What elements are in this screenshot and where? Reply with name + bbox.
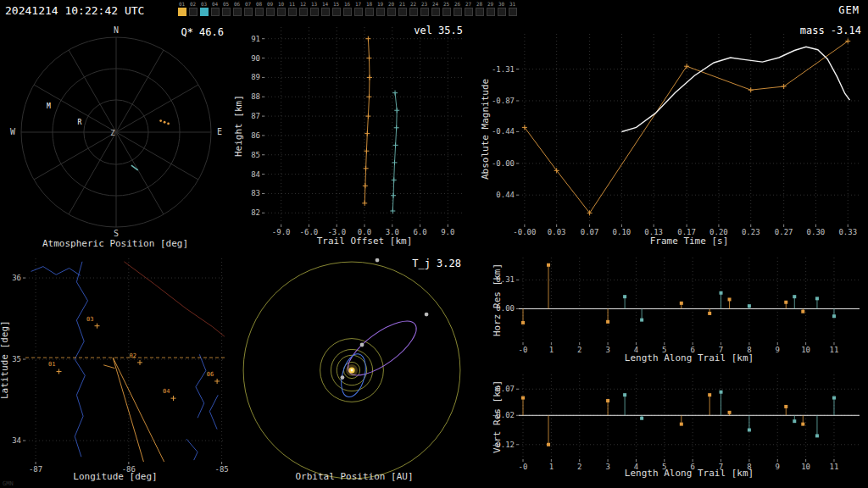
frame-cell: 08 <box>253 1 264 16</box>
panel-map: -87-86-853435360102030406 Latitude [deg]… <box>0 251 231 488</box>
frame-number: 06 <box>231 1 242 7</box>
frame-thumb-13[interactable] <box>310 8 319 16</box>
watermark: GMN <box>3 480 14 487</box>
frame-number: 11 <box>287 1 298 7</box>
frame-cell: 14 <box>320 1 331 16</box>
frame-thumb-10[interactable] <box>277 8 286 16</box>
frame-number: 07 <box>242 1 253 7</box>
frame-thumb-08[interactable] <box>255 8 264 16</box>
frame-number: 05 <box>220 1 231 7</box>
frame-number: 30 <box>496 1 507 7</box>
y-tick-label: -1.31 <box>492 65 515 74</box>
frame-cell: 27 <box>463 1 474 16</box>
ground-track <box>113 358 143 462</box>
mass-annotation: mass -3.14 <box>800 25 861 36</box>
map-layers: 0102030406 <box>25 262 225 462</box>
frame-thumb-26[interactable] <box>453 8 462 16</box>
y-tick-label: 88 <box>251 92 260 101</box>
river <box>186 439 198 460</box>
y-tick-label: 36 <box>12 274 21 282</box>
height-y-label: Height [km] <box>233 27 244 225</box>
axes-grid: -012345678910110.000.31 <box>496 258 860 354</box>
frame-thumb-23[interactable] <box>420 8 429 16</box>
frame-cell: 25 <box>441 1 452 16</box>
frame-number: 27 <box>463 1 474 7</box>
height-trail-plot: -9.0-6.0-3.00.03.06.09.08283848586878889… <box>231 22 478 251</box>
frame-thumb-04[interactable] <box>211 8 220 16</box>
frame-number: 25 <box>441 1 452 7</box>
residuals-plots: -012345678910110.000.31-012345678910110.… <box>478 251 868 488</box>
magnitude-plot: -0.000.030.070.100.130.170.200.230.270.3… <box>478 22 868 251</box>
frame-thumb-09[interactable] <box>266 8 275 16</box>
polar-station-label: R <box>77 119 81 126</box>
compass-n: N <box>114 25 119 35</box>
frame-thumb-18[interactable] <box>365 8 374 16</box>
frame-cell: 15 <box>331 1 342 16</box>
frame-cell: 07 <box>242 1 253 16</box>
frame-thumb-28[interactable] <box>476 8 484 16</box>
fov-dash <box>103 365 114 369</box>
frame-cell: 02 <box>187 1 198 16</box>
frame-thumb-31[interactable] <box>509 8 517 16</box>
planet-dot <box>376 258 380 263</box>
frame-thumb-12[interactable] <box>299 8 308 16</box>
frame-cell: 16 <box>342 1 353 16</box>
frame-thumb-19[interactable] <box>376 8 385 16</box>
panel-residuals: -012345678910110.000.31-012345678910110.… <box>478 251 868 488</box>
frame-number: 12 <box>298 1 309 7</box>
frame-thumb-30[interactable] <box>498 8 506 16</box>
frame-number: 19 <box>375 1 386 7</box>
frame-thumb-03[interactable] <box>200 8 209 16</box>
frame-cell: 26 <box>452 1 463 16</box>
frame-thumb-02[interactable] <box>189 8 198 16</box>
frame-thumb-20[interactable] <box>387 8 396 16</box>
station-label: 03 <box>86 316 93 323</box>
frame-number: 10 <box>275 1 287 7</box>
orbit-rings <box>243 258 460 479</box>
panel-orbital: T_j 3.28 Orbital Position [AU] <box>231 251 478 488</box>
frame-thumb-16[interactable] <box>343 8 352 16</box>
frame-thumb-15[interactable] <box>332 8 341 16</box>
map-x-title: Longitude [deg] <box>0 471 231 482</box>
frame-thumb-06[interactable] <box>233 8 242 16</box>
frame-thumb-14[interactable] <box>321 8 330 16</box>
planet-dot <box>360 343 364 347</box>
y-tick-label: -0.44 <box>492 127 515 136</box>
frame-cell: 28 <box>474 1 485 16</box>
frame-thumb-29[interactable] <box>487 8 495 16</box>
river <box>196 354 206 418</box>
frame-strip: 0102030405060708091011121314151617181920… <box>176 1 518 16</box>
y-tick-label: -0.00 <box>492 159 515 168</box>
frame-thumb-22[interactable] <box>409 8 418 16</box>
frame-thumb-11[interactable] <box>288 8 297 16</box>
axes-grid: -0.000.030.070.100.130.170.200.230.270.3… <box>492 34 860 236</box>
frame-thumb-21[interactable] <box>398 8 407 16</box>
river <box>209 395 218 429</box>
axes-grid: -87-86-85343536 <box>12 258 229 474</box>
y-tick-label: 82 <box>251 208 260 217</box>
frame-thumb-24[interactable] <box>431 8 440 16</box>
frame-thumb-25[interactable] <box>442 8 451 16</box>
frame-thumb-01[interactable] <box>178 8 186 16</box>
y-tick-label: 87 <box>251 112 260 120</box>
frame-cell: 01 <box>176 1 187 16</box>
compass-e: E <box>217 127 222 136</box>
vert-res-x-title: Length Along Trail [km] <box>519 468 860 479</box>
frame-thumb-17[interactable] <box>354 8 363 16</box>
horz-res-y-label: Horz Res [km] <box>492 258 503 342</box>
y-tick-label: 85 <box>251 151 260 159</box>
frame-number: 04 <box>209 1 220 7</box>
atmospheric-title: Atmospheric Position [deg] <box>0 238 231 249</box>
compass-s: S <box>114 229 119 238</box>
frame-cell: 18 <box>364 1 375 16</box>
frame-thumb-27[interactable] <box>465 8 473 16</box>
frame-number: 01 <box>176 1 187 7</box>
horz-res-x-title: Length Along Trail [km] <box>519 352 860 363</box>
y-tick-label: 89 <box>251 73 260 81</box>
frame-cell: 13 <box>309 1 320 16</box>
frame-thumb-05[interactable] <box>222 8 231 16</box>
frame-cell: 12 <box>298 1 309 16</box>
frame-thumb-07[interactable] <box>244 8 253 16</box>
planet-dot <box>425 313 429 317</box>
frame-cell: 20 <box>386 1 397 16</box>
